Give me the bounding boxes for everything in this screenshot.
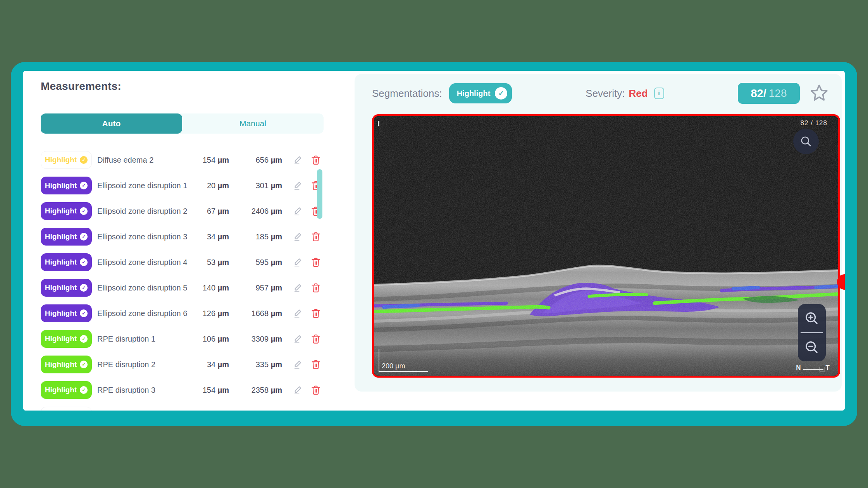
highlight-badge[interactable]: Highlight ✓ <box>41 330 92 348</box>
magnify-button[interactable] <box>793 129 819 154</box>
scale-hline <box>379 371 428 372</box>
edit-button[interactable] <box>292 359 304 370</box>
oct-scan-art <box>374 116 838 376</box>
highlight-badge[interactable]: Highlight ✓ <box>41 253 92 271</box>
viewer-frame-label: 82 / 128 <box>801 119 827 127</box>
edit-button[interactable] <box>292 180 304 191</box>
delete-button[interactable] <box>310 231 322 242</box>
delete-button[interactable] <box>310 384 322 396</box>
check-circle-icon: ✓ <box>80 182 88 189</box>
measurement-row[interactable]: Highlight ✓ Ellipsoid zone disruption 3 … <box>41 224 324 249</box>
check-circle-icon: ✓ <box>80 284 88 292</box>
favorite-button[interactable] <box>808 83 830 104</box>
measurement-thickness: 34 µm <box>190 232 229 241</box>
delete-button[interactable] <box>310 308 322 319</box>
measurement-name: RPE disruption 2 <box>97 360 190 369</box>
segmentation-panel: Segmentations: Highlight ✓ Severity: Red… <box>355 74 842 392</box>
oct-viewer[interactable]: 82 / 128 <box>372 114 840 378</box>
frame-counter-total: 128 <box>769 87 787 100</box>
measurement-row[interactable]: ✓ <box>41 403 324 411</box>
measurement-length: 335 µm <box>234 360 282 369</box>
tab-manual[interactable]: Manual <box>182 113 324 134</box>
segmentation-highlight-toggle[interactable]: Highlight ✓ <box>449 83 512 103</box>
zoom-in-button[interactable] <box>803 310 820 327</box>
check-circle-icon: ✓ <box>80 309 88 317</box>
zoom-in-icon <box>803 310 820 327</box>
measurement-row[interactable]: Highlight ✓ Diffuse edema 2 154 µm 656 µ… <box>41 147 324 173</box>
info-icon[interactable]: i <box>654 88 664 99</box>
highlight-badge[interactable]: Highlight ✓ <box>41 356 92 373</box>
edit-button[interactable] <box>292 384 304 396</box>
highlight-badge[interactable]: Highlight ✓ <box>41 151 92 169</box>
measurement-length: 1668 µm <box>234 309 282 318</box>
highlight-badge[interactable]: Highlight ✓ <box>41 177 92 194</box>
highlight-badge-label: Highlight <box>45 284 77 292</box>
delete-button[interactable] <box>310 256 322 268</box>
trash-icon <box>310 333 322 345</box>
measurement-name: RPE disruption 3 <box>97 386 190 395</box>
check-circle-icon: ✓ <box>80 361 88 368</box>
measurement-row[interactable]: Highlight ✓ RPE disruption 3 154 µm 2358… <box>41 377 324 403</box>
check-circle-icon: ✓ <box>80 233 88 241</box>
measurement-name: Ellipsoid zone disruption 1 <box>97 181 190 190</box>
highlight-badge-label: Highlight <box>45 207 77 215</box>
measurement-length: 185 µm <box>234 232 282 241</box>
measurement-length: 656 µm <box>234 156 282 165</box>
segmentations-label: Segmentations: <box>372 88 442 100</box>
delete-button[interactable] <box>310 359 322 370</box>
highlight-badge[interactable]: Highlight ✓ <box>41 228 92 246</box>
edit-button[interactable] <box>292 231 304 242</box>
check-circle-icon: ✓ <box>495 87 507 100</box>
trash-icon <box>310 154 322 166</box>
measurement-row[interactable]: Highlight ✓ RPE disruption 2 34 µm 335 µ… <box>41 352 324 377</box>
delete-button[interactable] <box>310 282 322 294</box>
edit-button[interactable] <box>292 333 304 345</box>
measurement-length: 301 µm <box>234 181 282 190</box>
highlight-badge-label: Highlight <box>45 335 77 343</box>
check-circle-icon: ✓ <box>80 386 88 394</box>
measurement-row[interactable]: Highlight ✓ Ellipsoid zone disruption 4 … <box>41 249 324 275</box>
check-circle-icon: ✓ <box>80 207 88 215</box>
measurement-row[interactable]: Highlight ✓ Ellipsoid zone disruption 2 … <box>41 198 324 224</box>
zoom-divider <box>801 332 823 333</box>
pencil-icon <box>292 154 304 166</box>
measurement-mode-tabs: Auto Manual <box>41 113 324 134</box>
edit-button[interactable] <box>292 308 304 319</box>
tab-auto[interactable]: Auto <box>41 113 182 134</box>
edit-button[interactable] <box>292 154 304 166</box>
highlight-badge[interactable]: Highlight ✓ <box>41 279 92 297</box>
measurement-thickness: 53 µm <box>190 258 229 267</box>
measurement-row[interactable]: Highlight ✓ Ellipsoid zone disruption 1 … <box>41 173 324 198</box>
star-icon <box>808 83 830 104</box>
measurement-row[interactable]: Highlight ✓ RPE disruption 1 106 µm 3309… <box>41 326 324 352</box>
highlight-badge[interactable]: Highlight ✓ <box>41 381 92 399</box>
trash-icon <box>310 359 322 370</box>
delete-button[interactable] <box>310 154 322 166</box>
check-circle-icon: ✓ <box>80 258 88 266</box>
delete-button[interactable] <box>310 333 322 345</box>
scale-label: 200 µm <box>382 362 405 370</box>
measurement-thickness: 154 µm <box>190 156 229 165</box>
highlight-badge-label: Highlight <box>45 181 77 190</box>
measurement-name: Ellipsoid zone disruption 5 <box>97 284 190 292</box>
measurement-row[interactable]: Highlight ✓ Ellipsoid zone disruption 6 … <box>41 301 324 326</box>
measurement-name: Diffuse edema 2 <box>97 156 190 165</box>
measurement-name: Ellipsoid zone disruption 3 <box>97 232 190 241</box>
edit-button[interactable] <box>292 282 304 294</box>
list-scrollbar-thumb[interactable] <box>317 169 322 219</box>
measurement-name: Ellipsoid zone disruption 6 <box>97 309 190 318</box>
measurement-thickness: 106 µm <box>190 335 229 344</box>
edit-button[interactable] <box>292 256 304 268</box>
orientation-track <box>803 366 823 370</box>
pencil-icon <box>292 256 304 268</box>
measurement-thickness: 34 µm <box>190 360 229 369</box>
pencil-icon <box>292 205 304 217</box>
orientation-t-label: T <box>826 364 830 372</box>
measurement-row[interactable]: Highlight ✓ Ellipsoid zone disruption 5 … <box>41 275 324 301</box>
zoom-out-button[interactable] <box>803 339 820 356</box>
highlight-badge[interactable]: ✓ <box>41 407 92 411</box>
highlight-badge[interactable]: Highlight ✓ <box>41 202 92 220</box>
highlight-badge[interactable]: Highlight ✓ <box>41 304 92 322</box>
edit-button[interactable] <box>292 205 304 217</box>
measurement-name: Ellipsoid zone disruption 4 <box>97 258 190 267</box>
